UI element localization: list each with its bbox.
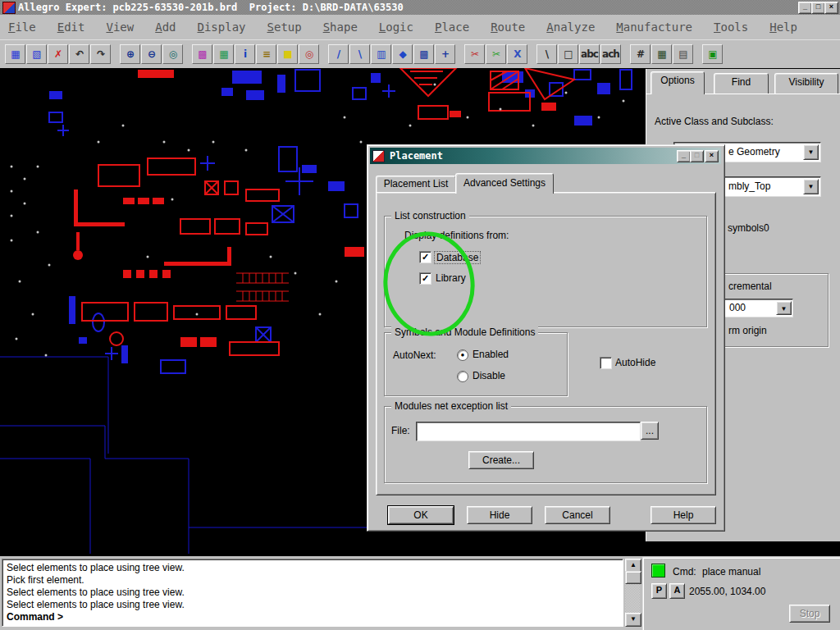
- redo-icon: ↷: [97, 48, 104, 60]
- disable-radio[interactable]: [457, 371, 468, 382]
- active-class-label: Active Class and Subclass:: [655, 116, 774, 127]
- line-icon[interactable]: \: [536, 44, 557, 64]
- window-close-button[interactable]: ×: [824, 2, 838, 14]
- menu-view[interactable]: View: [106, 21, 134, 34]
- help-button[interactable]: Help: [651, 506, 716, 524]
- delete-icon[interactable]: ✗: [48, 44, 68, 64]
- zoom-in-icon[interactable]: ⊕: [120, 44, 140, 64]
- color-icon[interactable]: ▩: [192, 44, 212, 64]
- menu-logic[interactable]: Logic: [379, 21, 413, 34]
- disable-label[interactable]: Disable: [472, 370, 505, 381]
- menu-shape[interactable]: Shape: [323, 21, 358, 34]
- rats-icon[interactable]: ▧: [26, 44, 47, 64]
- list-construction-group: List construction Display definitions fr…: [384, 216, 707, 327]
- rect-icon[interactable]: □: [558, 44, 578, 64]
- menu-display[interactable]: Display: [198, 21, 246, 34]
- shadow-icon[interactable]: ▦: [213, 44, 234, 64]
- zoom-out-icon[interactable]: ⊖: [141, 44, 162, 64]
- window-minimize-button[interactable]: _: [798, 2, 812, 14]
- menu-manufacture[interactable]: Manufacture: [616, 21, 692, 34]
- tab-options[interactable]: Options: [651, 71, 705, 94]
- slice-icon: ✂: [492, 48, 500, 60]
- window-titlebar[interactable]: Allegro Expert: pcb225-63530-201b.brd Pr…: [0, 0, 840, 15]
- tab-visibility[interactable]: Visibility: [774, 73, 838, 94]
- enabled-radio[interactable]: ●: [457, 349, 468, 361]
- dialog-maximize-button[interactable]: □: [690, 150, 704, 162]
- cmd-label: Cmd:: [673, 566, 696, 578]
- text-icon[interactable]: abc: [579, 44, 600, 64]
- dialog-minimize-button[interactable]: _: [677, 150, 691, 162]
- file-input[interactable]: [416, 422, 641, 441]
- autohide-label[interactable]: AutoHide: [615, 357, 655, 368]
- menu-help[interactable]: Help: [769, 21, 797, 34]
- matrix-icon[interactable]: ▩: [413, 44, 434, 64]
- command-console: Select elements to place using tree view…: [2, 559, 623, 627]
- snap-icon[interactable]: ◎: [299, 44, 319, 64]
- cut-icon[interactable]: ✂: [464, 44, 485, 64]
- move-icon[interactable]: +: [435, 44, 455, 64]
- grid-toggle-icon[interactable]: ▦: [651, 44, 672, 64]
- modules-group: Modules net exception list File: ... Cre…: [384, 406, 707, 483]
- cancel-button[interactable]: Cancel: [545, 506, 610, 524]
- command-prompt[interactable]: Command >: [7, 611, 619, 623]
- zoom-out-icon: ⊖: [148, 48, 155, 60]
- library-checkbox[interactable]: ✓: [419, 272, 431, 285]
- spread-icon: ▥: [377, 48, 385, 60]
- slide-icon: \: [358, 48, 361, 60]
- measure-icon[interactable]: ≡: [256, 44, 276, 64]
- chevron-down-icon[interactable]: ▼: [803, 179, 819, 194]
- highlight-icon[interactable]: ■: [277, 44, 298, 64]
- redo-icon[interactable]: ↷: [90, 44, 111, 64]
- group-legend: List construction: [391, 210, 469, 221]
- database-label[interactable]: Database: [434, 251, 481, 264]
- menu-edit[interactable]: Edit: [57, 21, 85, 34]
- menu-route[interactable]: Route: [491, 21, 525, 34]
- hide-button[interactable]: Hide: [467, 506, 532, 524]
- route-icon[interactable]: /: [328, 44, 349, 64]
- menu-add[interactable]: Add: [155, 21, 176, 34]
- group-legend: Modules net exception list: [391, 400, 511, 412]
- menu-setup[interactable]: Setup: [267, 21, 302, 34]
- unrats-icon[interactable]: ▦: [5, 44, 25, 64]
- slice-icon[interactable]: ✂: [486, 44, 506, 64]
- scroll-down-icon[interactable]: ▼: [625, 613, 641, 627]
- chevron-down-icon[interactable]: ▼: [776, 301, 792, 315]
- enabled-label[interactable]: Enabled: [472, 349, 509, 360]
- browse-button[interactable]: ...: [641, 422, 659, 440]
- p-button[interactable]: P: [651, 583, 667, 599]
- arc-text-icon[interactable]: ach: [600, 44, 621, 64]
- delete-icon: ✗: [54, 48, 62, 60]
- dialog-titlebar[interactable]: Placement _ □ ×: [370, 148, 721, 164]
- info-icon[interactable]: i: [235, 44, 255, 64]
- scrollbar-thumb[interactable]: [625, 571, 641, 584]
- move-icon: +: [441, 48, 449, 60]
- menu-place[interactable]: Place: [435, 21, 469, 34]
- status-icon[interactable]: ▣: [702, 44, 723, 64]
- tab-find[interactable]: Find: [714, 73, 769, 94]
- database-checkbox[interactable]: ✓: [419, 251, 431, 263]
- tab-advanced-settings[interactable]: Advanced Settings: [455, 173, 554, 194]
- library-label[interactable]: Library: [436, 272, 466, 284]
- shadow-mode-icon[interactable]: ▤: [673, 44, 693, 64]
- mirror-icon[interactable]: ◆: [392, 44, 413, 64]
- tab-placement-list[interactable]: Placement List: [376, 176, 456, 193]
- autohide-checkbox[interactable]: [600, 357, 612, 369]
- shadow-icon: ▦: [219, 48, 227, 60]
- dialog-close-button[interactable]: ×: [705, 150, 719, 162]
- stop-button[interactable]: Stop: [789, 605, 830, 623]
- vertex-icon[interactable]: X: [507, 44, 527, 64]
- ok-button[interactable]: OK: [388, 506, 454, 524]
- spread-icon[interactable]: ▥: [371, 44, 391, 64]
- zoom-fit-icon[interactable]: ◎: [162, 44, 183, 64]
- menu-tools[interactable]: Tools: [714, 21, 748, 34]
- console-scrollbar[interactable]: ▲ ▼: [625, 559, 640, 627]
- slide-icon[interactable]: \: [349, 44, 370, 64]
- menu-analyze[interactable]: Analyze: [546, 21, 595, 34]
- window-maximize-button[interactable]: □: [811, 2, 825, 14]
- undo-icon[interactable]: ↶: [69, 44, 89, 64]
- a-button[interactable]: A: [669, 583, 685, 599]
- menu-file[interactable]: File: [8, 21, 36, 34]
- create-button[interactable]: Create...: [468, 451, 534, 469]
- chevron-down-icon[interactable]: ▼: [803, 144, 819, 160]
- grid-icon[interactable]: #: [630, 44, 651, 64]
